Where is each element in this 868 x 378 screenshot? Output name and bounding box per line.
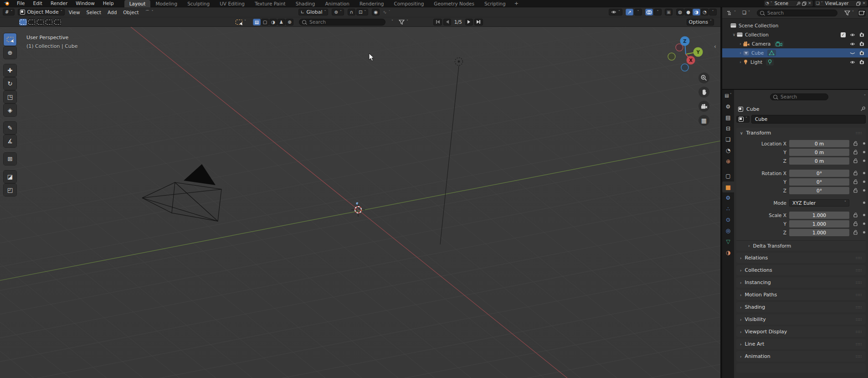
new-viewlayer-icon[interactable] [856,1,861,6]
render-visibility-icon[interactable] [859,60,865,64]
filter-objects-button[interactable]: ▢ [261,19,269,26]
outliner-search[interactable] [757,10,837,16]
select-mode-extend-button[interactable] [28,19,36,26]
navigation-gizmo[interactable]: Z Y X [663,32,710,77]
workspace-tab-texture-paint[interactable]: Texture Paint [250,0,291,7]
unlock-icon[interactable] [853,141,858,146]
viewport-menu-view[interactable]: View [66,10,83,15]
filter-poses-button[interactable]: ♟ [277,19,285,26]
pin-icon[interactable] [860,106,866,112]
workspace-tab-rendering[interactable]: Rendering [354,0,389,7]
blender-logo-icon[interactable] [3,1,10,6]
filter-scenes-button[interactable]: ▤ [253,19,261,26]
rotation-mode-dropdown[interactable]: XYZ Euler˅ [789,199,849,207]
properties-tab-collection[interactable]: ▢ [722,171,734,181]
outliner-row-light[interactable]: ›Light [722,57,868,67]
panel-grip[interactable]: ∷∷ [856,330,862,334]
properties-tab-physics[interactable]: ⊙ [722,214,734,225]
camera-object[interactable] [142,182,221,221]
number-field[interactable]: 0 m [789,149,849,156]
eye-closed-icon[interactable] [850,51,855,55]
shading-rendered-button[interactable]: ◔ [701,9,709,16]
active-tool-button[interactable]: ˅ [233,19,248,26]
properties-tab-render[interactable]: ▤ [722,112,734,123]
properties-tab-constraints[interactable]: ◎ [722,225,734,236]
number-field[interactable]: 0 m [789,157,849,165]
sidebar-collapse-arrow[interactable]: ‹ [714,43,716,50]
number-field[interactable]: 1.000 [789,212,849,219]
outliner-row-collection[interactable]: ∨Collection✓ [722,30,868,39]
animate-decorator-dot[interactable] [863,223,865,225]
page-last-button[interactable] [474,19,483,26]
pivot-point-selector[interactable]: ⊚ ˅ [332,9,344,16]
delta-transform-subpanel[interactable]: › Delta Transform [736,240,866,251]
page-next-button[interactable] [465,19,473,26]
unlock-icon[interactable] [853,158,858,163]
menu-window[interactable]: Window [72,0,98,7]
workspace-tab-compositing[interactable]: Compositing [389,0,429,7]
render-visibility-icon[interactable] [859,51,865,55]
snap-toggle-button[interactable]: ∩ [348,9,355,16]
expander-icon[interactable]: › [738,51,743,55]
axis-neg-z-ball[interactable] [681,64,688,71]
partial-panel[interactable] [736,363,866,373]
panel-grip[interactable]: ∷∷ [856,293,862,297]
chevron-down-icon[interactable]: ˅ [864,94,866,99]
enable-checkbox[interactable]: ✓ [841,32,846,37]
toolbar-search[interactable] [299,19,385,26]
properties-tab-material[interactable]: ◑ [722,247,734,258]
breadcrumb-object[interactable]: Cube [746,106,759,112]
animate-decorator-dot[interactable] [863,151,865,153]
filter-popover-button[interactable]: ˅ [396,19,411,26]
unlock-icon[interactable] [853,171,858,176]
orthographic-toggle-button[interactable]: ▦ [699,115,709,126]
tool-extra-tool-1-button[interactable]: ◪ [4,171,16,183]
expander-icon[interactable]: ∨ [731,32,737,37]
menu-render[interactable]: Render [46,0,72,7]
outliner-item-label[interactable]: Collection [745,32,769,37]
properties-tab-object[interactable]: ■ [722,181,734,192]
animate-decorator-dot[interactable] [863,181,865,183]
workspace-tab-layout[interactable]: Layout [124,0,151,7]
number-field[interactable]: 0 m [789,140,849,147]
panel-header[interactable]: ›Collections∷∷ [736,265,866,275]
outliner-row-camera[interactable]: ›Camera [722,39,868,48]
eye-open-icon[interactable] [850,33,855,37]
outliner-display-mode[interactable]: ˅ [724,10,738,16]
workspace-tab-geometry-nodes[interactable]: Geometry Nodes [429,0,479,7]
unlock-icon[interactable] [853,230,858,235]
animate-decorator-dot[interactable] [863,142,865,145]
animate-decorator-dot[interactable] [863,202,865,204]
pan-button[interactable] [699,87,709,98]
viewport-menu-select[interactable]: Select [83,10,104,15]
panel-header[interactable]: ›Instancing∷∷ [736,277,866,288]
mode-selector[interactable]: Object Mode ˅ [18,9,64,16]
transform-panel-header[interactable]: ∨ Transform ∷∷ [736,128,866,138]
3d-viewport[interactable]: User Perspective (1) Collection | Cube ⊕… [0,27,720,378]
select-mode-intersect-button[interactable] [54,19,62,26]
panel-grip[interactable]: ∷∷ [856,305,862,310]
unlock-icon[interactable] [853,212,858,217]
workspace-tab-animation[interactable]: Animation [320,0,354,7]
tool-rotate-button[interactable]: ↻ [4,78,16,90]
tool-add-cube-button[interactable]: ⊞ [4,153,16,165]
panel-grip[interactable]: ∷∷ [856,256,862,260]
animate-decorator-dot[interactable] [863,231,865,233]
panel-grip[interactable]: ∷∷ [856,131,862,135]
panel-header[interactable]: ›Shading∷∷ [736,302,866,312]
workspace-tab-shading[interactable]: Shading [291,0,320,7]
properties-search-input[interactable] [780,93,825,100]
add-workspace-button[interactable]: + [511,0,522,7]
tool-move-button[interactable]: ✚ [4,64,16,77]
panel-grip[interactable]: ∷∷ [856,268,862,273]
falloff-selector[interactable]: ∿ ˅ [380,9,392,16]
render-visibility-icon[interactable] [859,41,865,46]
page-prev-button[interactable] [443,19,451,26]
animate-decorator-dot[interactable] [863,160,865,162]
properties-tab-scene[interactable]: ◔ [722,145,734,156]
workspace-tab-uv-editing[interactable]: UV Editing [215,0,250,7]
delete-viewlayer-icon[interactable]: ✕ [862,0,866,6]
tool-scale-button[interactable]: ◳ [4,91,16,103]
select-mode-subtract-button[interactable] [36,19,44,26]
axis-neg-y-ball[interactable] [668,53,675,60]
